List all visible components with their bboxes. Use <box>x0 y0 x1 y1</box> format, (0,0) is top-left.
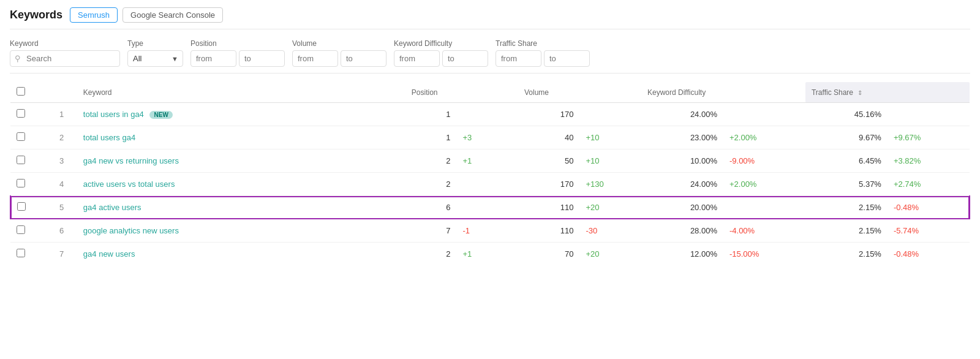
ts-from-input[interactable] <box>496 50 541 67</box>
keyword-link[interactable]: ga4 new users <box>83 249 135 259</box>
row-position-delta: -1 <box>457 219 518 243</box>
kd-filter-group: Keyword Difficulty <box>394 39 488 67</box>
keyword-link[interactable]: ga4 active users <box>83 203 141 212</box>
position-filter-label: Position <box>190 39 285 48</box>
row-position-val: 2 <box>405 173 457 196</box>
row-checkbox-7[interactable] <box>17 249 25 257</box>
type-filter-label: Type <box>127 39 183 48</box>
row-checkbox-cell <box>10 219 47 243</box>
row-ts-delta: +3.82% <box>888 149 970 173</box>
table-header-row: Keyword Position Volume Keyword Difficul… <box>10 82 970 103</box>
page-title: Keywords <box>10 9 62 21</box>
volume-filter-group: Volume <box>292 39 386 67</box>
table-row: 2 total users ga4 1 +3 40 +10 23.00% +2.… <box>10 126 970 149</box>
th-volume-label: Volume <box>524 88 549 97</box>
keyword-link[interactable]: google analytics new users <box>83 226 179 235</box>
row-volume-delta: +20 <box>580 196 641 219</box>
keyword-link[interactable]: ga4 new vs returning users <box>83 156 179 165</box>
row-keyword: ga4 new users <box>77 243 405 266</box>
main-container: Keywords Semrush Google Search Console K… <box>0 0 980 275</box>
row-kd-val: 28.00% <box>641 219 723 243</box>
row-checkbox-cell <box>10 126 47 149</box>
table-row: 1 total users in ga4 NEW 1 170 24.00% 45… <box>10 103 970 126</box>
row-kd-delta: -4.00% <box>723 219 805 243</box>
table-row: 3 ga4 new vs returning users 2 +1 50 +10… <box>10 149 970 173</box>
volume-filter-label: Volume <box>292 39 386 48</box>
row-num: 2 <box>47 126 77 149</box>
position-filter-group: Position <box>190 39 285 67</box>
kd-to-input[interactable] <box>442 50 488 67</box>
keyword-search-input[interactable] <box>10 50 120 67</box>
kd-filter-label: Keyword Difficulty <box>394 39 488 48</box>
row-kd-delta <box>723 103 805 126</box>
row-checkbox-4[interactable] <box>17 179 25 187</box>
type-select-wrapper: All Organic Paid Featured ▼ <box>127 50 183 67</box>
filter-row: Keyword ⚲ Type All Organic Paid Featured… <box>10 39 970 74</box>
row-num: 4 <box>47 173 77 196</box>
th-traffic-share[interactable]: Traffic Share ⇕ <box>805 82 970 103</box>
row-keyword: ga4 new vs returning users <box>77 149 405 173</box>
row-checkbox-1[interactable] <box>17 109 25 118</box>
row-checkbox-cell <box>10 196 47 219</box>
table-body: 1 total users in ga4 NEW 1 170 24.00% 45… <box>10 103 970 266</box>
type-select[interactable]: All Organic Paid Featured <box>127 50 183 67</box>
row-position-val: 2 <box>405 149 457 173</box>
row-position-val: 1 <box>405 103 457 126</box>
th-keyword: Keyword <box>77 82 405 103</box>
th-position-label: Position <box>412 88 438 97</box>
search-icon: ⚲ <box>15 54 21 63</box>
row-checkbox-5[interactable] <box>17 202 26 211</box>
row-volume-delta <box>580 103 641 126</box>
kd-from-input[interactable] <box>394 50 440 67</box>
row-checkbox-2[interactable] <box>17 132 25 141</box>
row-kd-val: 24.00% <box>641 173 723 196</box>
table-row: 4 active users vs total users 2 170 +130… <box>10 173 970 196</box>
th-num <box>47 82 77 103</box>
row-volume-delta: +20 <box>580 243 641 266</box>
row-ts-val: 6.45% <box>805 149 888 173</box>
keyword-link[interactable]: active users vs total users <box>83 180 175 189</box>
row-position-delta: +1 <box>457 149 518 173</box>
row-volume-delta: -30 <box>580 219 641 243</box>
row-volume-val: 70 <box>518 243 579 266</box>
volume-range-inputs <box>292 50 386 67</box>
keyword-link[interactable]: total users ga4 <box>83 133 135 142</box>
row-ts-delta: +9.67% <box>888 126 970 149</box>
kd-range-inputs <box>394 50 488 67</box>
row-volume-val: 50 <box>518 149 579 173</box>
position-to-input[interactable] <box>239 50 285 67</box>
tab-semrush[interactable]: Semrush <box>70 7 118 23</box>
table-row: 7 ga4 new users 2 +1 70 +20 12.00% -15.0… <box>10 243 970 266</box>
row-checkbox-3[interactable] <box>17 156 25 164</box>
row-checkbox-cell <box>10 149 47 173</box>
row-keyword: active users vs total users <box>77 173 405 196</box>
th-kd: Keyword Difficulty <box>641 82 805 103</box>
row-volume-val: 170 <box>518 103 579 126</box>
row-kd-val: 20.00% <box>641 196 723 219</box>
keywords-table: Keyword Position Volume Keyword Difficul… <box>10 82 970 265</box>
select-all-checkbox[interactable] <box>17 87 25 96</box>
row-volume-delta: +10 <box>580 149 641 173</box>
volume-to-input[interactable] <box>341 50 386 67</box>
row-kd-val: 24.00% <box>641 103 723 126</box>
row-kd-val: 12.00% <box>641 243 723 266</box>
tab-gsc[interactable]: Google Search Console <box>123 7 223 23</box>
ts-filter-group: Traffic Share <box>496 39 590 67</box>
row-position-val: 1 <box>405 126 457 149</box>
row-checkbox-6[interactable] <box>17 225 25 234</box>
row-keyword: total users ga4 <box>77 126 405 149</box>
row-ts-delta: -0.48% <box>888 243 970 266</box>
row-volume-val: 110 <box>518 219 579 243</box>
ts-to-input[interactable] <box>544 50 590 67</box>
th-kd-label: Keyword Difficulty <box>647 88 706 97</box>
row-ts-val: 5.37% <box>805 173 888 196</box>
row-num: 1 <box>47 103 77 126</box>
volume-from-input[interactable] <box>292 50 338 67</box>
row-volume-delta: +130 <box>580 173 641 196</box>
sort-icon: ⇕ <box>858 89 862 96</box>
row-kd-val: 23.00% <box>641 126 723 149</box>
th-volume: Volume <box>518 82 641 103</box>
position-from-input[interactable] <box>190 50 236 67</box>
ts-filter-label: Traffic Share <box>496 39 590 48</box>
keyword-link[interactable]: total users in ga4 <box>83 110 144 119</box>
